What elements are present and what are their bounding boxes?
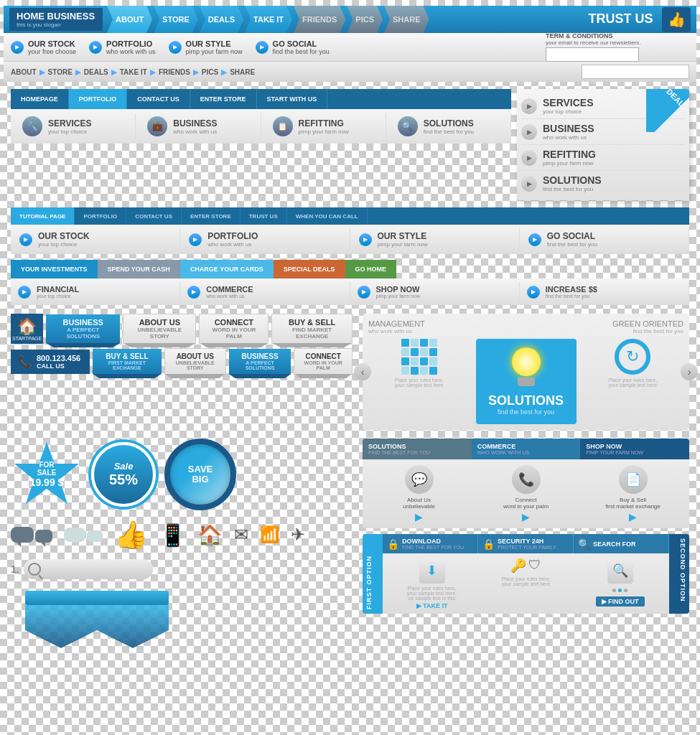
tab-when[interactable]: WHEN YOU CAN CALL [287, 207, 368, 225]
bread-store[interactable]: STORE [48, 68, 73, 76]
dl-dots-row [610, 586, 630, 595]
ribbon-connect[interactable]: Connect word in your palm [199, 314, 269, 344]
tab-start[interactable]: START WITH US [257, 89, 328, 109]
shopnow-title: SHOP NOW [376, 285, 420, 294]
nav4-commerce[interactable]: ▶ COMMERCE who work with us [180, 282, 350, 301]
bread-takeit[interactable]: TAKE IT [120, 68, 147, 76]
dl-tab-search[interactable]: 🔍 SEARCH FOR [574, 534, 669, 553]
nav2-services[interactable]: 🔧 SERVICES your top choice [11, 113, 136, 139]
nav4-financial[interactable]: ▶ FINANCIAL your top choice [11, 282, 180, 301]
bread-share[interactable]: SHARE [230, 68, 255, 76]
tab-special[interactable]: SPECIAL DEALS [274, 260, 345, 278]
nav2-refitting[interactable]: 📋 REFITTING pimp your farm now [261, 113, 386, 139]
shop-buysell-label: Buy & Sell [620, 497, 646, 503]
go-social-item[interactable]: ▶ GO SOCIAL find the best for you [256, 39, 330, 55]
ribbon-aboutus2[interactable]: About Us unbelievable story [164, 348, 226, 375]
phone-ribbon[interactable]: 📞 800.123.456 CALL US [11, 350, 90, 374]
nav4-shopnow[interactable]: ▶ SHOP NOW pimp your farm now [350, 282, 520, 301]
ribbon-connect2[interactable]: Connect word in your palm [294, 348, 353, 375]
nav1-share[interactable]: SHARE [384, 6, 429, 33]
bread-pics[interactable]: PICS [202, 68, 218, 76]
breadbar-search[interactable] [582, 65, 689, 79]
dl-tab-security[interactable]: 🔒 SECURITY 24h protect your family [478, 534, 574, 553]
shopnow-sub: pimp your farm now [376, 294, 420, 299]
nav1-takeit[interactable]: TAKE IT [245, 6, 292, 33]
tab-charge[interactable]: CHARGE YOUR CARDS [180, 260, 274, 278]
nav2-solutions[interactable]: 🔍 SOLUTIONS find the best for you [386, 113, 511, 139]
shop-arrow-2[interactable]: ▶ [522, 511, 530, 523]
bread-about[interactable]: ABOUT [11, 68, 37, 76]
shop-tab-solutions[interactable]: SOLUTIONS find the best for you [363, 439, 472, 459]
nav4-increase[interactable]: ▶ INCREASE $$ find the best for you [520, 282, 689, 301]
shop-tab-com-label: COMMERCE [477, 443, 575, 450]
home-ribbon[interactable]: 🏠 STARTPAGE [11, 314, 43, 344]
envelope-icon: ✉ [234, 525, 248, 545]
deal-solutions[interactable]: ▶ SOLUTIONS find the best for you [521, 171, 685, 196]
shop-arrow-1[interactable]: ▶ [415, 511, 423, 523]
ribbon-business2-label: BUSINESS A PERFECT SOLUTIONS [229, 349, 291, 374]
nav1-deals[interactable]: DEALS [200, 6, 243, 33]
nav1-pics[interactable]: PICS [347, 6, 383, 33]
tab-investments[interactable]: YOUR INVESTMENTS [11, 260, 98, 278]
tab-contact[interactable]: CONTACT US [127, 89, 190, 109]
ribbon-business[interactable]: BUSINESS A PERFECT SOLUTIONS [46, 314, 120, 343]
play-commerce: ▶ [187, 286, 200, 299]
dl-tab-download[interactable]: 🔒 DOWNLOAD find the best for you [383, 534, 478, 553]
tab-enter2[interactable]: ENTER STORE [182, 207, 241, 225]
tab-tutorial[interactable]: TUTORIAL PAGE [11, 207, 75, 225]
carousel-next[interactable]: › [681, 363, 698, 380]
dl-findout-label[interactable]: ▶ FIND OUT [596, 596, 645, 607]
carousel-prev[interactable]: ‹ [354, 363, 371, 380]
search-input-field[interactable] [45, 565, 149, 574]
tab-port2[interactable]: PORTFOLIO [75, 207, 126, 225]
ribbon-buysell2[interactable]: Buy & Sell first market exchange [90, 349, 162, 374]
tab-gohome[interactable]: GO HOME [345, 260, 397, 278]
bread-deals[interactable]: DEALS [84, 68, 108, 76]
section-5: 🏠 STARTPAGE BUSINESS A PERFECT SOLUTIONS… [4, 314, 696, 430]
nav1-about[interactable]: ABOUT [107, 6, 152, 33]
nav1-store[interactable]: STORE [154, 6, 198, 33]
portfolio-sub: who work with us [106, 48, 156, 55]
security-icon: 🔒 [482, 538, 495, 550]
tab-enter-store[interactable]: ENTER STORE [190, 89, 257, 109]
tab-portfolio[interactable]: PORTFOLIO [69, 89, 128, 109]
ribbon-aboutus[interactable]: About Us unbelievable story [123, 314, 196, 344]
tab-contact2[interactable]: CONTACT US [126, 207, 182, 225]
nav3-style[interactable]: ▶ OUR STYLE pimp your farm now [350, 228, 520, 251]
sep-1: ▶ [39, 68, 45, 76]
portfolio-item[interactable]: ▶ PORTFOLIO who work with us [89, 39, 156, 55]
shield-icon: 🛡 [528, 558, 541, 574]
shop-tab-shopnow[interactable]: SHOP NOW pimp your farm now [580, 439, 689, 459]
thumbs-up-icon[interactable]: 👍 [662, 7, 691, 32]
ribbon-row-1: 🏠 STARTPAGE BUSINESS A PERFECT SOLUTIONS… [11, 314, 355, 344]
play-btn-style: ▶ [169, 41, 182, 54]
carousel-right-sample: Place your rules here,your sample text h… [582, 378, 684, 388]
carousel-header: MANAGEMENT who work with us GREEN ORIENT… [368, 319, 683, 334]
shop-tab-shop-sub: pimp your farm now [586, 450, 683, 455]
terms-input[interactable] [546, 47, 639, 62]
nav1-friends[interactable]: FRIENDS [294, 6, 345, 33]
our-stock-item[interactable]: ▶ OUR STOCK your free choose [11, 39, 76, 55]
tab-spend[interactable]: SPEND YOUR CASH [98, 260, 180, 278]
nav2-business[interactable]: 💼 BUSINESS who work with us [136, 113, 261, 139]
business-text: BUSINESS who work with us [173, 118, 217, 135]
brand-logo[interactable]: HOME BUSINESS this is you slogan [9, 8, 103, 31]
nav3-stock[interactable]: ▶ OUR STOCK your top choice [11, 228, 180, 251]
tab-trust[interactable]: TRUST US [241, 207, 287, 225]
our-style-item[interactable]: ▶ OUR STYLE pimp your farm now [169, 39, 243, 55]
ribbon-buysell[interactable]: Buy & Sell find market exchange [271, 314, 353, 344]
shop-tab-commerce[interactable]: COMMERCE who work with us [472, 439, 581, 459]
deal-refitting[interactable]: ▶ REFITTING pimp your farm now [521, 145, 685, 171]
section-6: FOR SALE 19.99 $ Sale 55% SAVEBIG [4, 439, 696, 651]
shop-arrow-3[interactable]: ▶ [629, 511, 637, 523]
bread-friends[interactable]: FRIENDS [159, 68, 190, 76]
search-box[interactable] [24, 559, 153, 579]
shop-aboutus-label: About Us [407, 497, 431, 503]
home-sub: STARTPAGE [12, 336, 42, 341]
nav3-portfolio[interactable]: ▶ PORTFOLIO who work with us [180, 228, 350, 251]
ribbon-business2[interactable]: BUSINESS A PERFECT SOLUTIONS [229, 349, 291, 374]
dl-takeit-label[interactable]: ▶ TAKE IT [416, 602, 448, 609]
thumbs-up-icon-lg: 👍 [114, 519, 148, 551]
nav3-social[interactable]: ▶ GO SOCIAL find the best for you [520, 228, 689, 251]
tab-homepage[interactable]: HOMEPAGE [11, 89, 69, 109]
